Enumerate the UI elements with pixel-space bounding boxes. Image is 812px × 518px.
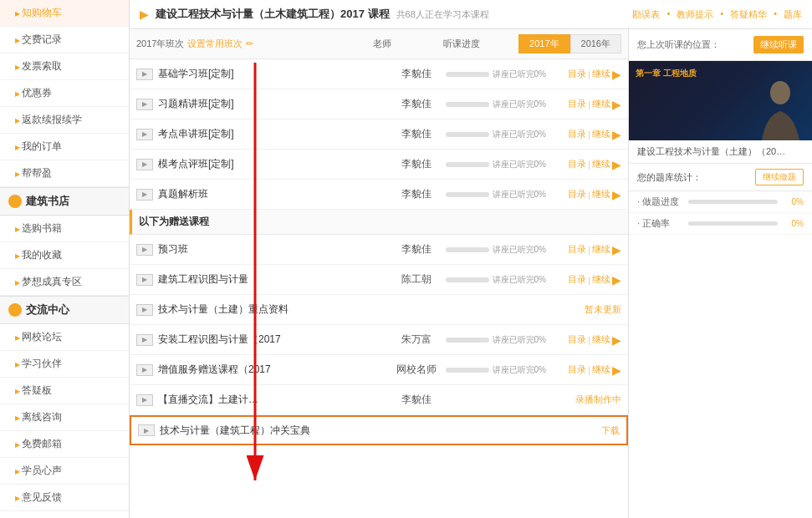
stat-bar-accuracy-bg xyxy=(688,221,778,226)
course-actions: 暂未更新 xyxy=(546,303,621,316)
tab-2016[interactable]: 2016年 xyxy=(570,34,621,53)
stat-bar-progress-bg xyxy=(688,200,778,204)
sidebar-item-student-voice[interactable]: 学员心声 xyxy=(0,458,129,485)
video-thumbnail[interactable]: 第一章 工程地质 xyxy=(629,61,812,140)
course-name[interactable]: 建筑工程识图与计量 xyxy=(158,272,387,287)
continue-link[interactable]: 继续 xyxy=(592,98,610,110)
course-name[interactable]: 技术与计量（建筑工程）冲关宝典 xyxy=(160,424,386,438)
free-section-divider: 以下为赠送课程 xyxy=(130,210,628,235)
sidebar-item-offline[interactable]: 离线咨询 xyxy=(0,404,129,431)
continue-listen-btn[interactable]: 继续听课 xyxy=(753,36,804,53)
play-btn[interactable]: ▶ xyxy=(612,333,621,347)
course-name[interactable]: 习题精讲班[定制] xyxy=(158,97,387,111)
catalog-link[interactable]: 目录 xyxy=(568,188,586,201)
link-errata[interactable]: 勘误表 xyxy=(632,8,660,21)
continue-link[interactable]: 继续 xyxy=(592,273,610,286)
svg-point-0 xyxy=(770,81,790,104)
recording-status: 录播制作中 xyxy=(575,394,621,406)
course-progress: 讲座已听完0% xyxy=(446,364,546,376)
sidebar-item-feedback[interactable]: 意见反馈 xyxy=(0,485,129,511)
course-icon: ▶ xyxy=(136,394,153,406)
course-name[interactable]: 基础学习班[定制] xyxy=(158,67,387,81)
topbar: ▶ 建设工程技术与计量（土木建筑工程）2017 课程 共68人正在学习本课程 勘… xyxy=(130,0,812,29)
sidebar-item-orders[interactable]: 我的订单 xyxy=(0,134,129,160)
play-btn[interactable]: ▶ xyxy=(612,273,621,287)
continue-link[interactable]: 继续 xyxy=(592,333,610,346)
col-progress-header: 听课进度 xyxy=(411,38,512,50)
play-btn[interactable]: ▶ xyxy=(612,243,621,256)
sidebar-item-cart[interactable]: 知购物车 xyxy=(0,0,129,27)
link-qa-essence[interactable]: 答疑精华 xyxy=(730,8,767,21)
continue-link[interactable]: 继续 xyxy=(592,128,610,140)
course-name[interactable]: 预习班 xyxy=(158,242,387,256)
sidebar-item-refund[interactable]: 返款续报续学 xyxy=(0,107,129,134)
continue-link[interactable]: 继续 xyxy=(592,363,610,376)
course-name[interactable]: 模考点评班[定制] xyxy=(158,157,387,171)
catalog-link[interactable]: 目录 xyxy=(568,333,586,346)
play-btn[interactable]: ▶ xyxy=(612,128,621,141)
course-name[interactable]: 增值服务赠送课程（2017 xyxy=(158,363,387,377)
course-name[interactable]: 技术与计量（土建）重点资料 xyxy=(158,302,387,317)
course-actions: 目录 | 继续 ▶ xyxy=(546,188,621,201)
sidebar-item-buy-books[interactable]: 选购书籍 xyxy=(0,216,129,242)
course-teacher: 网校名师 xyxy=(387,363,446,377)
download-link[interactable]: 下载 xyxy=(601,424,620,437)
batch-info: 2017年班次 设置常用班次 ✏ xyxy=(136,38,253,50)
course-row-highlighted: ▶ 技术与计量（建筑工程）冲关宝典 下载 xyxy=(130,415,628,445)
play-btn[interactable]: ▶ xyxy=(612,363,621,377)
course-icon: ▶ xyxy=(136,159,153,170)
content-area: 2017年班次 设置常用班次 ✏ 老师 听课进度 2017年 2016年 ▶ 基… xyxy=(130,29,812,518)
catalog-link[interactable]: 目录 xyxy=(568,128,586,140)
course-actions: 目录 | 继续 ▶ xyxy=(546,98,621,111)
link-teacher-tips[interactable]: 教师提示 xyxy=(677,8,713,21)
sep3: • xyxy=(774,8,777,21)
sidebar-item-payment[interactable]: 交费记录 xyxy=(0,27,129,53)
catalog-link[interactable]: 目录 xyxy=(568,273,586,286)
continue-link[interactable]: 继续 xyxy=(592,243,610,256)
sidebar-item-help[interactable]: 帮帮盈 xyxy=(0,160,129,187)
sidebar-item-coupon[interactable]: 优惠券 xyxy=(0,80,129,107)
right-panel: 您上次听课的位置： 继续听课 第一章 工程地质 建设工程技术与计量（土建）（20… xyxy=(628,29,812,518)
set-freq-link[interactable]: 设置常用班次 xyxy=(187,38,243,50)
sidebar-item-teachers[interactable]: 网校名师 xyxy=(0,511,129,518)
col-teacher-header: 老师 xyxy=(353,38,411,50)
sidebar-item-dream[interactable]: 梦想成真专区 xyxy=(0,269,129,296)
sidebar-item-study-partner[interactable]: 学习伙伴 xyxy=(0,351,129,378)
sidebar-item-qa[interactable]: 答疑板 xyxy=(0,378,129,404)
course-icon: ▶ xyxy=(136,274,153,286)
continue-quiz-btn[interactable]: 继续做题 xyxy=(755,169,804,185)
course-teacher: 李貌佳 xyxy=(387,97,446,111)
course-name[interactable]: 真题解析班 xyxy=(158,187,387,201)
continue-link[interactable]: 继续 xyxy=(592,158,610,170)
play-btn[interactable]: ▶ xyxy=(612,98,621,111)
course-progress: 讲座已听完0% xyxy=(446,129,546,140)
course-name[interactable]: 安装工程识图与计量（2017 xyxy=(158,333,387,347)
tab-2017[interactable]: 2017年 xyxy=(518,34,569,53)
catalog-link[interactable]: 目录 xyxy=(568,363,586,376)
community-icon xyxy=(8,303,22,317)
last-listen-bar: 您上次听课的位置： 继续听课 xyxy=(629,29,812,61)
course-teacher: 朱万富 xyxy=(387,333,446,347)
sidebar-item-my-collection[interactable]: 我的收藏 xyxy=(0,242,129,269)
link-question-bank[interactable]: 题库 xyxy=(784,8,802,21)
catalog-link[interactable]: 目录 xyxy=(568,243,586,256)
play-btn[interactable]: ▶ xyxy=(612,68,621,81)
course-title: 建设工程技术与计量（土木建筑工程）2017 课程 xyxy=(156,7,390,22)
play-btn[interactable]: ▶ xyxy=(612,188,621,201)
continue-link[interactable]: 继续 xyxy=(592,188,610,201)
catalog-link[interactable]: 目录 xyxy=(568,98,586,110)
course-name[interactable]: 【直播交流】土建计… xyxy=(158,393,387,407)
sidebar-item-invoice[interactable]: 发票索取 xyxy=(0,53,129,80)
catalog-link[interactable]: 目录 xyxy=(568,158,586,170)
course-name[interactable]: 考点串讲班[定制] xyxy=(158,127,387,141)
stats-title-label: 您的题库统计： xyxy=(637,171,702,184)
sidebar-section-community: 交流中心 xyxy=(0,296,129,324)
catalog-link[interactable]: 目录 xyxy=(568,68,586,80)
sidebar-item-forum[interactable]: 网校论坛 xyxy=(0,324,129,351)
play-btn[interactable]: ▶ xyxy=(612,158,621,171)
play-icon: ▶ xyxy=(140,8,149,21)
course-progress: 讲座已听完0% xyxy=(446,69,546,80)
edit-icon[interactable]: ✏ xyxy=(246,38,253,49)
sidebar-item-email[interactable]: 免费邮箱 xyxy=(0,431,129,458)
continue-link[interactable]: 继续 xyxy=(592,68,610,80)
